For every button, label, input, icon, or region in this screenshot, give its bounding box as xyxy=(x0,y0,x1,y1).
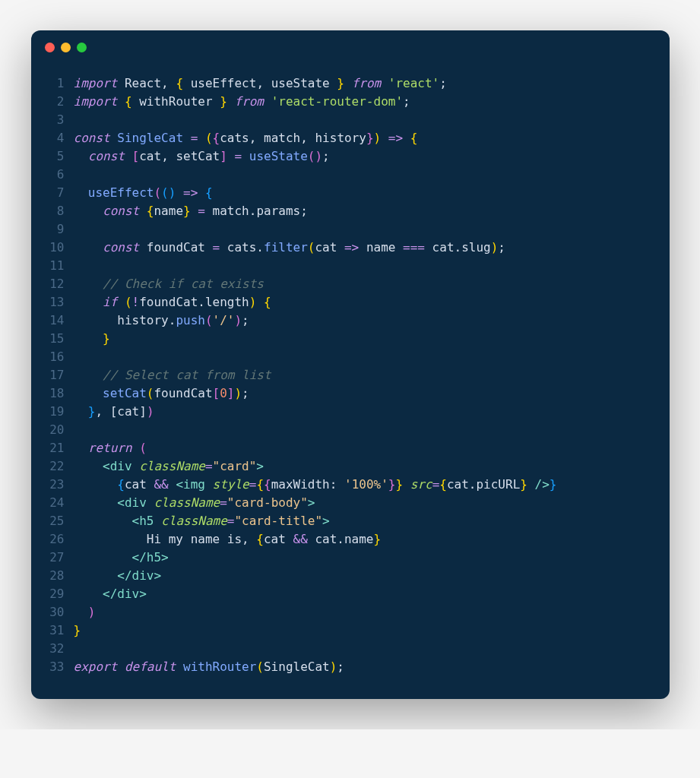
line-number: 24 xyxy=(39,494,74,512)
code-content[interactable]: import React, { useEffect, useState } fr… xyxy=(74,74,447,93)
code-content[interactable]: <div className="card"> xyxy=(74,457,264,476)
code-content[interactable]: ) xyxy=(74,603,96,621)
code-content[interactable]: </div> xyxy=(74,585,147,603)
code-line[interactable]: 13 if (!foundCat.length) { xyxy=(39,293,653,312)
code-line[interactable]: 6 xyxy=(39,166,653,184)
line-number: 25 xyxy=(39,512,74,530)
line-number: 27 xyxy=(39,549,74,567)
line-number: 11 xyxy=(39,257,74,275)
code-content[interactable]: export default withRouter(SingleCat); xyxy=(74,658,344,676)
code-line[interactable]: 11 xyxy=(39,257,653,275)
code-content[interactable]: {cat && <img style={{maxWidth: '100%'}} … xyxy=(74,476,557,494)
code-line[interactable]: 1import React, { useEffect, useState } f… xyxy=(39,74,653,93)
code-line[interactable]: 8 const {name} = match.params; xyxy=(39,202,653,220)
code-line[interactable]: 26 Hi my name is, {cat && cat.name} xyxy=(39,530,653,549)
line-number: 1 xyxy=(39,74,74,93)
line-number: 2 xyxy=(39,93,74,111)
code-content[interactable]: return ( xyxy=(74,439,147,457)
code-line[interactable]: 21 return ( xyxy=(39,439,653,457)
line-number: 30 xyxy=(39,603,74,621)
line-number: 5 xyxy=(39,147,74,166)
line-number: 7 xyxy=(39,184,74,202)
line-number: 8 xyxy=(39,202,74,220)
code-line[interactable]: 5 const [cat, setCat] = useState(); xyxy=(39,147,653,166)
code-content[interactable]: history.push('/'); xyxy=(74,312,249,330)
line-number: 10 xyxy=(39,239,74,257)
code-line[interactable]: 9 xyxy=(39,220,653,239)
code-content[interactable]: </div> xyxy=(74,567,162,585)
code-line[interactable]: 32 xyxy=(39,640,653,658)
code-content[interactable]: // Check if cat exists xyxy=(74,275,264,293)
code-content[interactable]: import { withRouter } from 'react-router… xyxy=(74,93,410,111)
zoom-icon[interactable] xyxy=(77,43,87,52)
line-number: 26 xyxy=(39,530,74,549)
line-number: 17 xyxy=(39,366,74,384)
code-content[interactable]: <div className="card-body"> xyxy=(74,494,315,512)
code-content[interactable]: } xyxy=(74,621,81,640)
code-line[interactable]: 20 xyxy=(39,421,653,439)
code-content[interactable]: const foundCat = cats.filter(cat => name… xyxy=(74,239,505,257)
line-number: 12 xyxy=(39,275,74,293)
code-content[interactable]: const {name} = match.params; xyxy=(74,202,308,220)
code-content[interactable]: }, [cat]) xyxy=(74,403,154,421)
code-line[interactable]: 2import { withRouter } from 'react-route… xyxy=(39,93,653,111)
line-number: 19 xyxy=(39,403,74,421)
code-content[interactable]: } xyxy=(74,330,110,348)
code-line[interactable]: 12 // Check if cat exists xyxy=(39,275,653,293)
code-line[interactable]: 31} xyxy=(39,621,653,640)
code-content[interactable]: useEffect(() => { xyxy=(74,184,213,202)
line-number: 16 xyxy=(39,348,74,366)
line-number: 9 xyxy=(39,220,74,239)
code-content[interactable]: const [cat, setCat] = useState(); xyxy=(74,147,330,166)
code-line[interactable]: 18 setCat(foundCat[0]); xyxy=(39,384,653,403)
code-line[interactable]: 23 {cat && <img style={{maxWidth: '100%'… xyxy=(39,476,653,494)
code-line[interactable]: 33export default withRouter(SingleCat); xyxy=(39,658,653,676)
code-line[interactable]: 14 history.push('/'); xyxy=(39,312,653,330)
code-line[interactable]: 22 <div className="card"> xyxy=(39,457,653,476)
code-content[interactable]: setCat(foundCat[0]); xyxy=(74,384,249,403)
code-window: 1import React, { useEffect, useState } f… xyxy=(31,30,670,699)
code-content[interactable]: // Select cat from list xyxy=(74,366,271,384)
code-line[interactable]: 16 xyxy=(39,348,653,366)
code-line[interactable]: 24 <div className="card-body"> xyxy=(39,494,653,512)
code-line[interactable]: 7 useEffect(() => { xyxy=(39,184,653,202)
line-number: 20 xyxy=(39,421,74,439)
line-number: 3 xyxy=(39,111,74,129)
code-line[interactable]: 19 }, [cat]) xyxy=(39,403,653,421)
line-number: 15 xyxy=(39,330,74,348)
line-number: 28 xyxy=(39,567,74,585)
code-line[interactable]: 3 xyxy=(39,111,653,129)
line-number: 33 xyxy=(39,658,74,676)
code-content[interactable]: const SingleCat = ({cats, match, history… xyxy=(74,129,418,147)
code-line[interactable]: 25 <h5 className="card-title"> xyxy=(39,512,653,530)
line-number: 22 xyxy=(39,457,74,476)
window-titlebar xyxy=(31,30,670,64)
code-line[interactable]: 10 const foundCat = cats.filter(cat => n… xyxy=(39,239,653,257)
line-number: 29 xyxy=(39,585,74,603)
code-line[interactable]: 17 // Select cat from list xyxy=(39,366,653,384)
code-line[interactable]: 27 </h5> xyxy=(39,549,653,567)
line-number: 31 xyxy=(39,621,74,640)
line-number: 18 xyxy=(39,384,74,403)
code-line[interactable]: 30 ) xyxy=(39,603,653,621)
code-content[interactable]: Hi my name is, {cat && cat.name} xyxy=(74,530,382,549)
line-number: 32 xyxy=(39,640,74,658)
line-number: 23 xyxy=(39,476,74,494)
code-content[interactable]: </h5> xyxy=(74,549,169,567)
line-number: 6 xyxy=(39,166,74,184)
line-number: 13 xyxy=(39,293,74,312)
minimize-icon[interactable] xyxy=(61,43,71,52)
code-content[interactable]: if (!foundCat.length) { xyxy=(74,293,271,312)
code-line[interactable]: 15 } xyxy=(39,330,653,348)
code-content[interactable]: <h5 className="card-title"> xyxy=(74,512,330,530)
code-editor[interactable]: 1import React, { useEffect, useState } f… xyxy=(31,64,670,699)
line-number: 4 xyxy=(39,129,74,147)
code-line[interactable]: 29 </div> xyxy=(39,585,653,603)
line-number: 21 xyxy=(39,439,74,457)
line-number: 14 xyxy=(39,312,74,330)
code-line[interactable]: 28 </div> xyxy=(39,567,653,585)
code-line[interactable]: 4const SingleCat = ({cats, match, histor… xyxy=(39,129,653,147)
close-icon[interactable] xyxy=(45,43,55,52)
